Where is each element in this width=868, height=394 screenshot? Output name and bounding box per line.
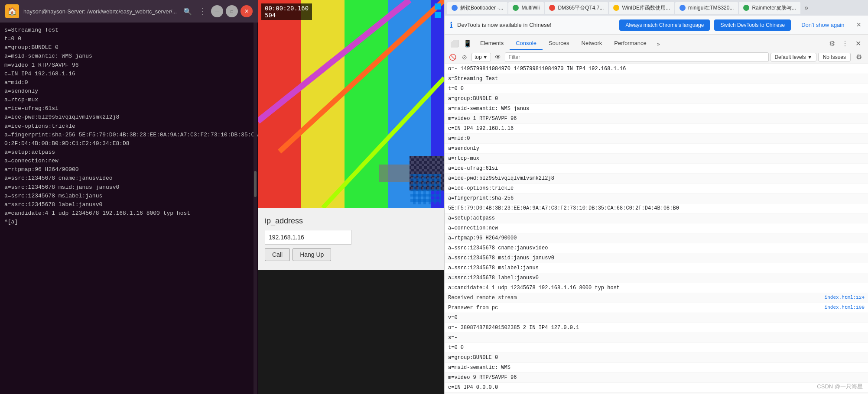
console-line-text: t=0 0 (448, 85, 865, 93)
tab-console[interactable]: Console (510, 37, 543, 50)
always-match-button[interactable]: Always match Chrome's language (619, 19, 710, 31)
console-line-text: a=ssrc:12345678 msid:janus janusv0 (448, 254, 865, 262)
maximize-button[interactable]: □ (226, 5, 238, 17)
console-line-text: s=Streaming Test (448, 75, 865, 83)
console-line: a=mid:0 (445, 134, 868, 144)
console-line-text: t=0 0 (448, 344, 865, 352)
console-line-text: Received remote stream (448, 294, 820, 302)
ip-input[interactable] (265, 230, 351, 245)
console-line: a=rtcp-mux (445, 154, 868, 164)
console-line: a=candidate:4 1 udp 12345678 192.168.1.1… (445, 283, 868, 293)
dont-show-again-button[interactable]: Don't show again (795, 19, 850, 31)
more-devtools-tabs[interactable]: » (653, 38, 664, 50)
minimize-button[interactable]: — (211, 5, 223, 17)
preserve-log-icon[interactable]: ⊘ (459, 52, 470, 62)
console-line: a=connection:new (445, 223, 868, 233)
terminal-panel: 🏠 hayson@hayson-Server: /work/webrtc/eas… (0, 0, 258, 394)
tab-favicon-3 (549, 5, 555, 11)
frame-selector[interactable]: top ▼ (471, 53, 491, 61)
clear-console-icon[interactable]: 🚫 (447, 52, 458, 62)
console-settings-icon[interactable]: ⚙ (852, 51, 865, 64)
console-line: c=IN IP4 192.168.1.16 (445, 124, 868, 134)
tab-performance[interactable]: Performance (608, 37, 652, 50)
console-line-text: o=- 3808748782401502385 2 IN IP4 127.0.0… (448, 324, 865, 332)
browser-tab-4[interactable]: WinIDE库函数使用... (609, 2, 674, 14)
scroll-thumb[interactable] (254, 171, 257, 197)
device-toggle-icon[interactable]: 📱 (461, 37, 474, 50)
console-line-text: a=ssrc:12345678 mslabel:janus (448, 264, 865, 272)
console-line-text: Pranswer from pc (448, 304, 820, 312)
console-line-source[interactable]: index.html:109 (825, 304, 865, 312)
console-line-source[interactable]: index.html:124 (825, 294, 865, 302)
more-tabs-button[interactable]: » (801, 3, 812, 13)
search-button[interactable]: 🔍 (182, 5, 194, 17)
video-indicator-br (410, 174, 441, 204)
svg-rect-1 (301, 0, 345, 208)
tab-favicon-4 (613, 5, 619, 11)
console-line-text: a=setup:actpass (448, 214, 865, 222)
console-line-text: a=ssrc:12345678 cname:janusvideo (448, 244, 865, 252)
console-line-text: a=sendonly (448, 145, 865, 152)
default-levels-dropdown[interactable]: Default levels ▼ (770, 53, 816, 61)
watermark: CSDN @一只海星 (817, 383, 863, 391)
tab-sources[interactable]: Sources (543, 37, 575, 50)
console-line-text: a=candidate:4 1 udp 12345678 192.168.1.1… (448, 284, 865, 292)
close-button[interactable]: ✕ (241, 5, 253, 17)
console-line: a=sendonly (445, 144, 868, 154)
console-line: a=ssrc:12345678 mslabel:janus (445, 263, 868, 273)
browser-tab-3[interactable]: DM365平台QT4.7... (545, 2, 608, 14)
close-notification-button[interactable]: × (855, 20, 863, 29)
console-line: m=video 1 RTP/SAVPF 96 (445, 114, 868, 124)
video-container: 00:00:20.160 504 (258, 0, 444, 208)
console-line-text: 5E:F5:79:D0:4B:3B:23:EE:0A:9A:A7:C3:F2:7… (448, 204, 865, 212)
console-toolbar: 🚫 ⊘ top ▼ 👁 Default levels ▼ No Issues ⚙ (445, 50, 868, 64)
call-button[interactable]: Call (265, 248, 290, 261)
console-line-text: a=ssrc:12345678 label:janusv0 (448, 274, 865, 282)
devtools-tabs: ⬜ 📱 Elements Console Sources Network Per… (445, 35, 868, 50)
console-line-text: a=msid-semantic: WMS janus (448, 105, 865, 113)
console-line: a=setup:actpass (445, 213, 868, 223)
console-filter-input[interactable] (505, 52, 769, 62)
console-line: a=fingerprint:sha-256 (445, 194, 868, 203)
browser-tab-2[interactable]: MultiWii (508, 2, 544, 14)
browser-tab-5[interactable]: minigui在TMS320... (675, 2, 738, 14)
tab-network[interactable]: Network (575, 37, 608, 50)
console-line-text: m=video 9 RTP/SAVPF 96 (448, 374, 865, 381)
console-line-text: c=IN IP4 0.0.0.0 (448, 384, 865, 391)
console-output[interactable]: o=- 1495799811084970 1495799811084970 IN… (445, 64, 868, 394)
inspect-element-icon[interactable]: ⬜ (448, 37, 461, 50)
console-line-text: c=IN IP4 192.168.1.16 (448, 125, 865, 132)
console-line-text: v=0 (448, 314, 865, 322)
console-line-text: a=ice-ufrag:61si (448, 165, 865, 172)
terminal-title: hayson@hayson-Server: /work/webrtc/easy_… (23, 8, 177, 15)
menu-button[interactable]: ⋮ (196, 5, 208, 17)
console-line: a=ssrc:12345678 cname:janusvideo (445, 243, 868, 253)
console-line: a=msid-semantic: WMS janus (445, 104, 868, 114)
hangup-button[interactable]: Hang Up (293, 248, 331, 261)
terminal-output: s=Streaming Test t=0 0 a=group:BUNDLE 0 … (4, 26, 254, 226)
settings-icon[interactable]: ⚙ (826, 37, 839, 50)
terminal-scrollbar[interactable] (254, 23, 257, 394)
ip-buttons: Call Hang Up (265, 248, 437, 261)
tab-favicon-5 (679, 5, 686, 11)
browser-tab-6[interactable]: Rainmeter皮肤与... (739, 2, 800, 14)
browser-tab-1[interactable]: 解锁Bootloader -... (447, 2, 507, 14)
console-line: a=group:BUNDLE 0 (445, 94, 868, 104)
console-line-text: a=group:BUNDLE 0 (448, 95, 865, 103)
console-line-text: a=group:BUNDLE 0 (448, 354, 865, 362)
devtools-panel: 解锁Bootloader -... MultiWii DM365平台QT4.7.… (444, 0, 868, 394)
console-line: a=ice-options:trickle (445, 184, 868, 194)
filter-eye-icon[interactable]: 👁 (493, 52, 503, 62)
more-devtools-icon[interactable]: ⋮ (839, 37, 852, 50)
console-line: Pranswer from pcindex.html:109 (445, 303, 868, 313)
console-line-text: a=ice-options:trickle (448, 184, 865, 192)
terminal-titlebar: 🏠 hayson@hayson-Server: /work/webrtc/eas… (0, 0, 258, 23)
close-devtools-icon[interactable]: ✕ (852, 37, 865, 50)
video-indicator-tl (435, 3, 441, 10)
console-line: c=IN IP4 0.0.0.0 (445, 383, 868, 393)
tab-elements[interactable]: Elements (474, 37, 510, 50)
switch-devtools-button[interactable]: Switch DevTools to Chinese (714, 19, 791, 31)
info-icon: ℹ (450, 20, 453, 30)
console-line: a=ice-pwd:blz9s5ivqiqlvmlvsmk2l2j8 (445, 174, 868, 184)
console-line: o=- 1495799811084970 1495799811084970 IN… (445, 64, 868, 74)
